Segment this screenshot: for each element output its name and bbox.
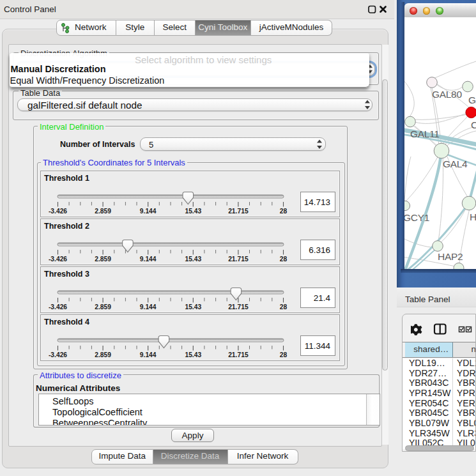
svg-text:-3.426: -3.426 (49, 256, 67, 263)
svg-text:2.859: 2.859 (95, 256, 111, 263)
svg-text:21.715: 21.715 (228, 351, 249, 358)
svg-text:15.43: 15.43 (185, 303, 201, 311)
svg-text:28: 28 (280, 303, 288, 311)
svg-text:2.859: 2.859 (95, 208, 111, 215)
svg-text:28: 28 (280, 351, 288, 358)
svg-text:2.859: 2.859 (95, 303, 111, 311)
svg-text:15.43: 15.43 (185, 256, 201, 263)
svg-text:15.43: 15.43 (185, 208, 201, 215)
svg-text:21.715: 21.715 (228, 303, 249, 311)
svg-text:9.144: 9.144 (140, 303, 157, 311)
svg-text:9.144: 9.144 (140, 351, 157, 358)
svg-text:28: 28 (280, 256, 288, 263)
svg-text:-3.426: -3.426 (49, 208, 67, 215)
svg-text:21.715: 21.715 (228, 256, 249, 263)
svg-text:21.715: 21.715 (228, 208, 249, 215)
svg-text:-3.426: -3.426 (49, 351, 67, 358)
svg-text:9.144: 9.144 (140, 256, 157, 263)
svg-text:28: 28 (280, 208, 288, 215)
svg-text:15.43: 15.43 (185, 351, 201, 358)
svg-text:-3.426: -3.426 (49, 303, 67, 311)
svg-text:9.144: 9.144 (140, 208, 157, 215)
svg-text:2.859: 2.859 (95, 351, 111, 358)
